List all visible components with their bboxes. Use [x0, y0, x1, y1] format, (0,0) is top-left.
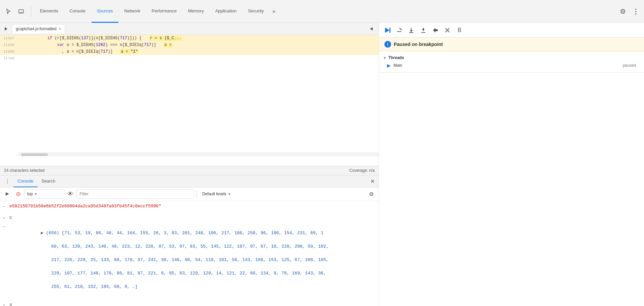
tab-elements[interactable]: Elements	[35, 0, 63, 23]
console-menu-icon[interactable]: ⋮	[3, 176, 12, 186]
top-bar-icons	[3, 6, 31, 17]
breakpoint-text: Paused on breakpoint	[394, 42, 443, 47]
divider	[197, 191, 197, 197]
code-line-11699: 11699 , a = n[$_DIEIq(717)] a = "1"	[0, 48, 379, 55]
debugger-controls: ⏸	[379, 23, 644, 38]
minimize-panel-button[interactable]	[367, 24, 376, 34]
code-line-11700: 11700	[0, 55, 379, 62]
svg-marker-4	[6, 192, 9, 196]
svg-marker-5	[385, 28, 389, 33]
filter-input[interactable]	[76, 189, 194, 199]
console-prefix-arrow-left2: ←	[3, 223, 9, 230]
pause-on-exceptions-button[interactable]: ⏸	[454, 25, 465, 36]
console-line-array: ← ▶ (656) [71, 53, 19, 86, 48, 44, 164, …	[0, 222, 379, 298]
file-tab-bar: gcaptcha4.js:formatted ×	[0, 23, 379, 35]
console-tab-bar: ⋮ Console Search ✕	[0, 175, 379, 188]
thread-main[interactable]: ▶ Main paused	[379, 61, 644, 69]
svg-marker-15	[433, 28, 438, 33]
console-text-array: ▶ (656) [71, 53, 19, 86, 48, 44, 164, 15…	[9, 223, 376, 297]
tab-memory[interactable]: Memory	[183, 0, 209, 23]
horizontal-scrollbar[interactable]	[18, 152, 379, 156]
thread-status: paused	[623, 63, 636, 68]
svg-rect-6	[389, 28, 390, 33]
console-prefix-arrow-left: ←	[3, 203, 9, 210]
context-selector[interactable]: top ▼	[24, 189, 64, 199]
main-layout: gcaptcha4.js:formatted × 11697 if (r[$_D…	[0, 23, 644, 306]
step-over-button[interactable]	[394, 25, 405, 36]
bottom-section: ⋮ Console Search ✕ ⊘ top	[0, 175, 379, 306]
breakpoint-banner: i Paused on breakpoint	[379, 38, 644, 51]
file-tab[interactable]: gcaptcha4.js:formatted ×	[12, 24, 65, 34]
threads-section: ▼ Threads ▶ Main paused	[379, 51, 644, 72]
file-tab-right	[367, 24, 377, 34]
svg-marker-10	[410, 30, 413, 32]
threads-header[interactable]: ▼ Threads	[379, 54, 644, 61]
svg-marker-2	[5, 27, 7, 31]
expand-array-icon[interactable]: ▶	[41, 231, 44, 236]
step-button[interactable]	[430, 25, 441, 36]
tab-performance[interactable]: Performance	[146, 0, 182, 23]
tab-console-bottom[interactable]: Console	[13, 175, 38, 187]
selection-count: 24 characters selected	[4, 168, 45, 173]
console-prefix-gt2: ›	[3, 301, 9, 306]
cursor-icon[interactable]	[3, 6, 14, 17]
threads-label: Threads	[388, 55, 404, 60]
svg-marker-13	[422, 28, 425, 30]
console-toolbar: ⊘ top ▼ 👁 Default levels ▼ ⚙	[0, 188, 379, 201]
console-line-c: › c	[0, 214, 379, 222]
console-prefix-gt: ›	[3, 214, 9, 221]
console-text-u: u	[9, 301, 376, 306]
file-tab-close[interactable]: ×	[58, 26, 61, 32]
code-line-11698: 11698 var o = $_DIEHS(1282) === n[$_DIEI…	[0, 42, 379, 48]
tab-sources[interactable]: Sources	[92, 0, 118, 23]
spacer1	[0, 211, 379, 214]
execute-context-icon[interactable]	[3, 189, 12, 199]
thread-active-icon: ▶	[387, 63, 391, 68]
right-panel: ⏸ i Paused on breakpoint ▼ Threads ▶ Mai…	[379, 23, 644, 306]
context-label: top	[27, 192, 33, 196]
coverage-status: Coverage: n/a	[350, 168, 375, 173]
code-line-11697: 11697 if (r[$_DIEHS(137)](n[$_DIEHS(717)…	[0, 35, 379, 42]
thread-name: Main	[393, 63, 620, 68]
svg-marker-3	[370, 27, 373, 31]
spacer2	[0, 298, 379, 301]
left-panel: gcaptcha4.js:formatted × 11697 if (r[$_D…	[0, 23, 379, 306]
code-editor[interactable]: 11697 if (r[$_DIEHS(137)](n[$_DIEHS(717)…	[0, 35, 379, 166]
settings-button[interactable]: ⚙	[617, 6, 629, 17]
levels-chevron-icon: ▼	[228, 192, 231, 196]
tab-application[interactable]: Application	[210, 0, 242, 23]
console-text-c: c	[9, 214, 376, 221]
clear-console-button[interactable]: ⊘	[13, 189, 23, 199]
console-text-hash1: e582150701b50e6b52f2e68804da2ca95d348fa0…	[9, 203, 376, 210]
console-close-button[interactable]: ✕	[369, 177, 376, 186]
deactivate-breakpoints-button[interactable]	[442, 25, 453, 36]
step-into-button[interactable]	[406, 25, 417, 36]
chevron-down-icon: ▼	[34, 192, 38, 196]
console-line-u: › u	[0, 301, 379, 306]
threads-chevron-icon: ▼	[383, 56, 386, 60]
more-options-button[interactable]: ⋮	[630, 6, 641, 17]
eye-icon[interactable]: 👁	[66, 189, 75, 199]
console-settings-button[interactable]: ⚙	[367, 189, 376, 199]
tab-security[interactable]: Security	[243, 0, 269, 23]
console-line-hash1: ← e582150701b50e6b52f2e68804da2ca95d348f…	[0, 202, 379, 211]
top-nav-bar: Elements Console Sources Network Perform…	[0, 0, 644, 23]
tab-network[interactable]: Network	[119, 0, 146, 23]
console-output: ← e582150701b50e6b52f2e68804da2ca95d348f…	[0, 201, 379, 306]
sidebar-toggle-icon[interactable]	[1, 24, 11, 34]
step-out-button[interactable]	[418, 25, 429, 36]
svg-rect-1	[20, 12, 22, 13]
more-tabs-button[interactable]: »	[270, 8, 278, 14]
info-icon: i	[384, 41, 391, 48]
tab-console[interactable]: Console	[64, 0, 91, 23]
tab-search-bottom[interactable]: Search	[38, 175, 59, 187]
levels-label: Default levels	[202, 192, 226, 196]
right-panel-body	[379, 72, 644, 306]
status-bar: 24 characters selected Coverage: n/a	[0, 166, 379, 175]
file-tab-label: gcaptcha4.js:formatted	[16, 27, 56, 31]
resume-button[interactable]	[382, 25, 392, 36]
svg-marker-7	[400, 29, 402, 30]
top-bar-right: ⚙ ⋮	[617, 6, 641, 17]
levels-selector[interactable]: Default levels ▼	[200, 189, 234, 199]
device-toggle-icon[interactable]	[15, 6, 27, 17]
